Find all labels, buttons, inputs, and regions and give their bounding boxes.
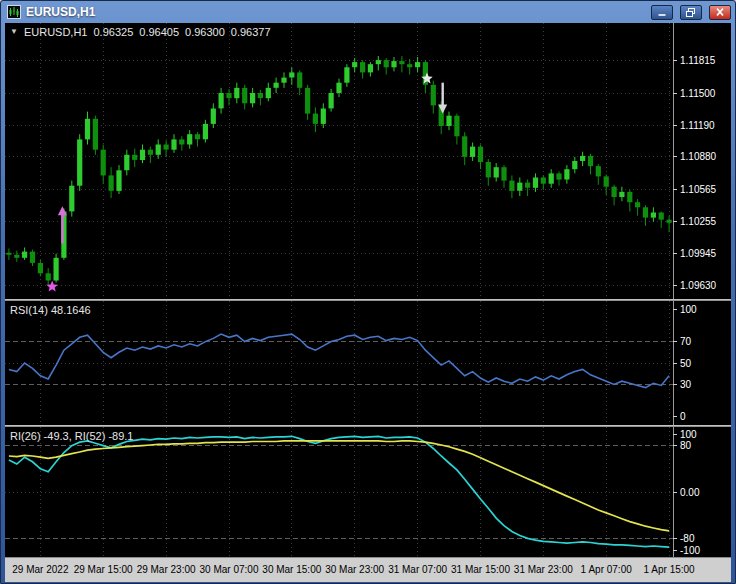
bull-candle bbox=[187, 134, 192, 144]
bear-candle bbox=[297, 72, 302, 87]
close-button[interactable] bbox=[709, 5, 731, 20]
bull-candle bbox=[203, 124, 208, 139]
time-label: 31 Mar 15:00 bbox=[451, 564, 510, 575]
bear-candle bbox=[627, 192, 632, 202]
bull-candle bbox=[352, 62, 357, 67]
bull-candle bbox=[156, 145, 161, 155]
scale-label: 100 bbox=[680, 429, 697, 440]
scale-label: -80 bbox=[680, 533, 695, 544]
bear-candle bbox=[93, 119, 98, 150]
titlebar[interactable]: EURUSD,H1 bbox=[1, 1, 735, 23]
time-label: 31 Mar 23:00 bbox=[514, 564, 573, 575]
bull-candle bbox=[77, 139, 82, 185]
scale-label: 1.09630 bbox=[680, 280, 717, 291]
close-icon bbox=[714, 7, 726, 17]
scale-label: 30 bbox=[680, 379, 692, 390]
bear-candle bbox=[486, 162, 491, 177]
minimize-button[interactable] bbox=[651, 5, 673, 20]
chart-area: 1.118151.115001.111901.108801.105651.102… bbox=[5, 23, 731, 579]
window-title: EURUSD,H1 bbox=[26, 5, 95, 19]
time-label: 30 Mar 07:00 bbox=[200, 564, 259, 575]
chart-window-icon bbox=[7, 5, 21, 19]
bear-candle bbox=[384, 60, 389, 67]
bull-candle bbox=[321, 109, 326, 124]
symbol-period-label: EURUSD,H1 bbox=[24, 26, 88, 38]
bull-candle bbox=[69, 186, 74, 212]
quote-header: ▼ EURUSD,H1 0.96325 0.96405 0.96300 0.96… bbox=[10, 26, 271, 38]
bull-candle bbox=[140, 150, 145, 160]
bear-candle bbox=[596, 166, 601, 176]
bull-candle bbox=[289, 72, 294, 77]
ri-line-26 bbox=[9, 436, 669, 547]
bear-candle bbox=[109, 175, 114, 190]
bear-candle bbox=[101, 150, 106, 176]
bear-candle bbox=[226, 93, 231, 98]
scale-label: 1.10255 bbox=[680, 216, 717, 227]
minimize-icon bbox=[656, 7, 668, 17]
time-label: 29 Mar 2022 bbox=[12, 564, 68, 575]
bull-candle bbox=[549, 173, 554, 183]
bear-candle bbox=[195, 134, 200, 139]
bear-candle bbox=[643, 207, 648, 217]
bull-candle bbox=[116, 170, 121, 191]
bull-candle bbox=[274, 83, 279, 88]
bear-candle bbox=[604, 176, 609, 186]
bear-candle bbox=[635, 202, 640, 207]
scale-label: 0 bbox=[680, 411, 686, 422]
bull-candle bbox=[211, 109, 216, 124]
time-label: 1 Apr 15:00 bbox=[644, 564, 695, 575]
scale-label: 1.11190 bbox=[680, 120, 715, 131]
restore-icon bbox=[685, 7, 697, 18]
bull-candle bbox=[572, 161, 577, 169]
rsi-pane[interactable]: 1007050300 RSI(14) 48.1646 bbox=[5, 301, 731, 425]
bear-candle bbox=[242, 88, 247, 103]
price-pane[interactable]: 1.118151.115001.111901.108801.105651.102… bbox=[5, 23, 731, 299]
time-label: 1 Apr 07:00 bbox=[581, 564, 632, 575]
scale-label: 70 bbox=[680, 336, 692, 347]
bull-candle bbox=[336, 83, 341, 93]
bear-candle bbox=[164, 145, 169, 150]
symbol-dropdown-icon[interactable]: ▼ bbox=[10, 27, 18, 36]
bear-candle bbox=[556, 173, 561, 179]
time-label: 31 Mar 07:00 bbox=[388, 564, 447, 575]
restore-button[interactable] bbox=[680, 5, 702, 20]
bear-candle bbox=[399, 61, 404, 64]
time-label: 29 Mar 15:00 bbox=[74, 564, 133, 575]
quote-high: 0.96405 bbox=[139, 26, 179, 38]
bear-candle bbox=[525, 183, 530, 188]
scale-label: 50 bbox=[680, 358, 692, 369]
time-label: 30 Mar 15:00 bbox=[262, 564, 321, 575]
bull-candle bbox=[281, 78, 286, 83]
bull-candle bbox=[470, 147, 475, 157]
bull-candle bbox=[85, 119, 90, 140]
quote-close: 0.96377 bbox=[231, 26, 271, 38]
bear-candle bbox=[478, 147, 483, 162]
time-axis[interactable]: 29 Mar 202229 Mar 15:0029 Mar 23:0030 Ma… bbox=[5, 557, 731, 582]
rsi-indicator-label: RSI(14) 48.1646 bbox=[10, 304, 91, 316]
bull-candle bbox=[344, 67, 349, 82]
bear-candle bbox=[462, 136, 467, 157]
bull-candle bbox=[391, 61, 396, 67]
bear-candle bbox=[313, 114, 318, 124]
bear-candle bbox=[179, 139, 184, 144]
bear-candle bbox=[407, 64, 412, 67]
bear-candle bbox=[6, 253, 11, 255]
bull-candle bbox=[564, 169, 569, 179]
bull-candle bbox=[22, 252, 27, 258]
bear-candle bbox=[612, 187, 617, 197]
chart-window: EURUSD,H1 1.118151.115001.111901.108801.… bbox=[0, 0, 736, 584]
bear-candle bbox=[667, 220, 672, 223]
rsi-line bbox=[9, 334, 669, 388]
ri-indicator-label: RI(26) -49.3, RI(52) -89.1 bbox=[10, 430, 134, 442]
quote-open: 0.96325 bbox=[94, 26, 134, 38]
time-label: 29 Mar 23:00 bbox=[137, 564, 196, 575]
bear-candle bbox=[30, 252, 35, 263]
bear-candle bbox=[148, 150, 153, 155]
bull-candle bbox=[54, 258, 59, 281]
bull-candle bbox=[533, 178, 538, 188]
bull-candle bbox=[250, 93, 255, 103]
ri-pane[interactable]: 100800.00-80-100 RI(26) -49.3, RI(52) -8… bbox=[5, 427, 731, 557]
bull-candle bbox=[446, 116, 451, 126]
bear-candle bbox=[501, 167, 506, 180]
bull-candle bbox=[219, 93, 224, 108]
